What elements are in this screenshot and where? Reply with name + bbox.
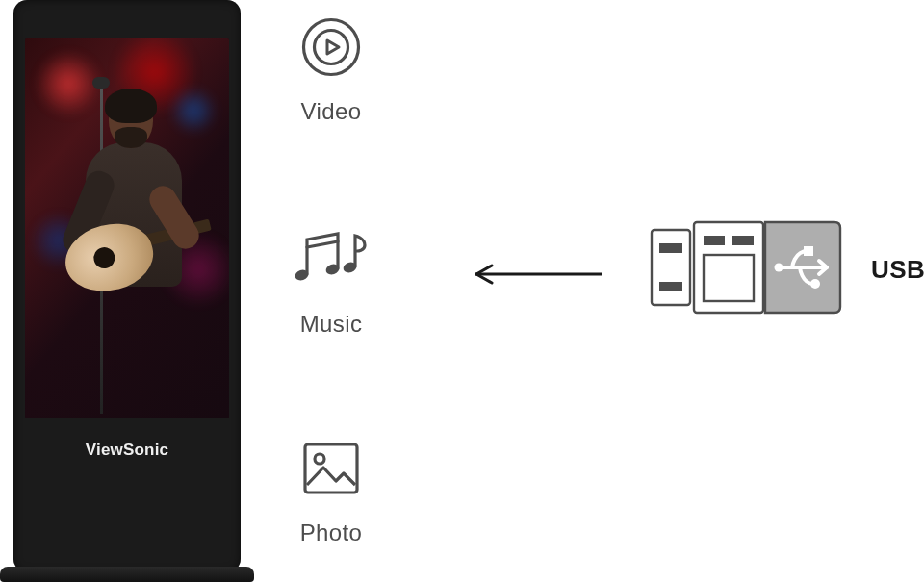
svg-point-18 [810,279,820,289]
kiosk-screen [25,38,229,418]
kiosk-display: ViewSonic [0,0,254,582]
svg-point-16 [775,264,783,272]
media-label-music: Music [300,311,363,338]
svg-rect-12 [704,236,725,245]
media-item-video: Video [301,17,362,125]
play-circle-icon [301,17,361,81]
media-item-photo: Photo [300,439,363,546]
svg-rect-13 [732,236,754,245]
image-icon [301,439,361,502]
svg-rect-5 [305,444,357,493]
svg-point-1 [314,31,347,64]
media-item-music: Music [294,226,369,338]
svg-rect-10 [659,282,682,291]
kiosk-body: ViewSonic [13,0,241,572]
svg-point-6 [315,454,324,464]
usb-label: USB [871,255,924,285]
screen-content-musician [25,38,229,418]
media-types-column: Video Music Photo [294,17,369,546]
arrow-left-icon [452,250,616,298]
svg-rect-17 [804,246,813,256]
media-label-photo: Photo [300,519,363,546]
brand-label: ViewSonic [13,441,241,460]
kiosk-base [0,567,254,582]
usb-drive-icon [650,218,842,320]
media-label-video: Video [301,98,362,125]
svg-rect-8 [652,230,690,305]
usb-source: USB [650,218,924,320]
music-notes-icon [294,226,369,293]
svg-rect-9 [659,243,682,253]
svg-point-0 [303,20,358,75]
